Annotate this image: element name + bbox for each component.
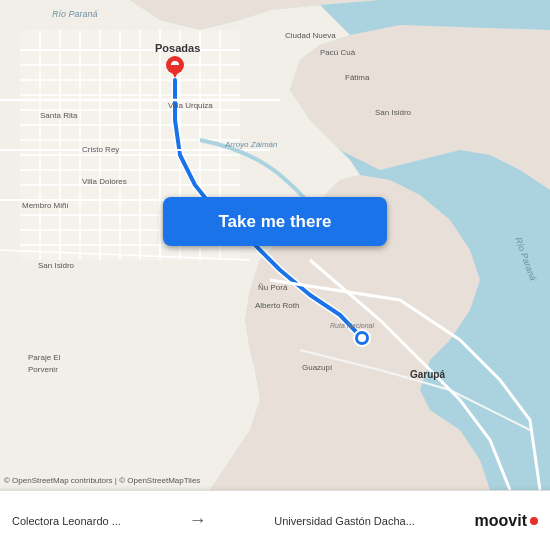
svg-text:Posadas: Posadas [155, 42, 200, 54]
svg-text:© OpenStreetMap contributors |: © OpenStreetMap contributors | © OpenStr… [4, 476, 200, 485]
svg-text:Villa Urquiza: Villa Urquiza [168, 101, 213, 110]
svg-text:Ruta Nacional: Ruta Nacional [330, 322, 374, 329]
svg-text:Garupá: Garupá [410, 369, 445, 380]
svg-text:Fátima: Fátima [345, 73, 370, 82]
bottom-bar: Colectora Leonardo ... → Universidad Gas… [0, 490, 550, 550]
svg-text:Ciudad Nueva: Ciudad Nueva [285, 31, 336, 40]
take-me-there-button[interactable]: Take me there [163, 197, 387, 246]
svg-point-51 [358, 334, 366, 342]
svg-text:Cristo Rey: Cristo Rey [82, 145, 119, 154]
svg-text:Arroyo Záimán: Arroyo Záimán [224, 140, 278, 149]
origin-label: Colectora Leonardo ... [12, 515, 121, 527]
svg-text:Río Paraná: Río Paraná [52, 9, 98, 19]
svg-text:San Isidro: San Isidro [38, 261, 75, 270]
svg-text:San Isidro: San Isidro [375, 108, 412, 117]
svg-text:Pacú Cuá: Pacú Cuá [320, 48, 356, 57]
moovit-logo: moovit [475, 512, 538, 530]
svg-text:Santa Rita: Santa Rita [40, 111, 78, 120]
svg-text:Ñu Porá: Ñu Porá [258, 283, 288, 292]
svg-text:Guazupí: Guazupí [302, 363, 333, 372]
destination-label: Universidad Gastón Dacha... [274, 515, 415, 527]
svg-text:Alberto Roth: Alberto Roth [255, 301, 299, 310]
moovit-logo-dot [530, 517, 538, 525]
route-arrow-icon: → [189, 510, 207, 531]
moovit-logo-text: moovit [475, 512, 527, 530]
svg-text:Paraje El: Paraje El [28, 353, 61, 362]
map-container: Río Paraná Ciudad Nueva Pacú Cuá Fátima … [0, 0, 550, 490]
svg-text:Porvenir: Porvenir [28, 365, 58, 374]
svg-text:Villa Dolores: Villa Dolores [82, 177, 127, 186]
svg-text:Membro Miñí: Membro Miñí [22, 201, 69, 210]
